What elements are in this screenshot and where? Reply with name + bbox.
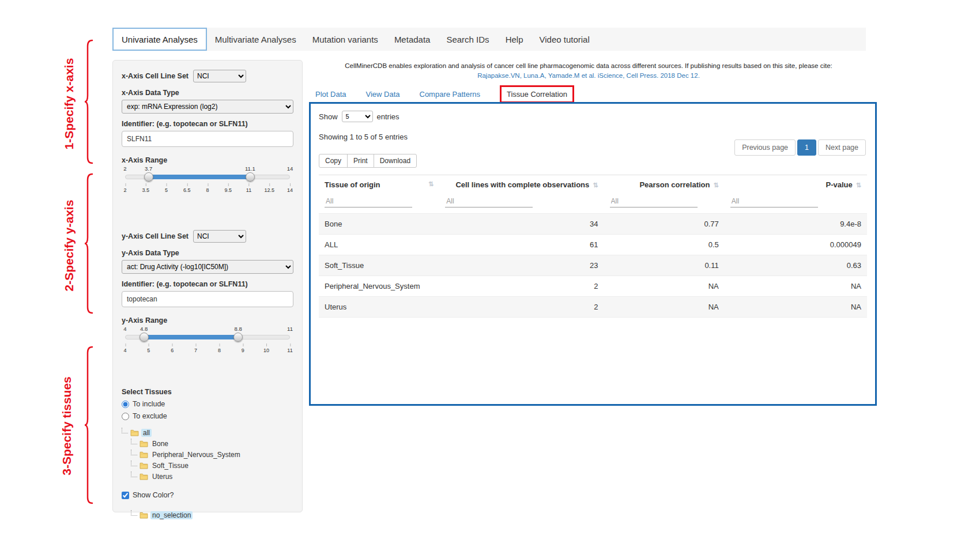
tab-help[interactable]: Help xyxy=(497,28,532,51)
folder-icon xyxy=(140,440,148,447)
folder-icon xyxy=(140,451,148,458)
page-length-select[interactable]: 5 xyxy=(342,111,373,122)
include-radio-row[interactable]: To include xyxy=(122,400,293,408)
exclude-radio[interactable] xyxy=(122,413,129,420)
x-cell-line-set-select[interactable]: NCI xyxy=(193,70,246,82)
y-tick: 9 xyxy=(242,348,244,353)
tree-node-soft-tissue[interactable]: Soft_Tissue xyxy=(122,460,293,471)
y-range-to-value: 8.8 xyxy=(235,326,242,332)
show-label: Show xyxy=(319,112,338,121)
cell-pearson: 0.77 xyxy=(604,214,725,235)
y-tick: 8 xyxy=(218,348,221,353)
folder-icon xyxy=(130,429,139,436)
select-tissues-title: Select Tissues xyxy=(122,388,293,396)
table-row[interactable]: ALL 61 0.5 0.000049 xyxy=(319,235,867,255)
tree-node-all[interactable]: all xyxy=(122,427,293,438)
y-tick: 6 xyxy=(171,348,174,353)
copy-button[interactable]: Copy xyxy=(319,154,348,168)
x-identifier-input[interactable] xyxy=(122,131,293,147)
tree-node-no-selection[interactable]: no_selection xyxy=(122,510,293,520)
sidebar-panel: x-Axis Cell Line Set NCI x-Axis Data Typ… xyxy=(112,60,303,512)
x-tick: 2 xyxy=(123,187,126,193)
filter-pearson-input[interactable] xyxy=(610,195,698,207)
x-tick: 6.5 xyxy=(183,187,191,193)
exclude-radio-row[interactable]: To exclude xyxy=(122,412,293,420)
y-data-type-select[interactable]: act: Drug Activity (-log10[IC50M]) xyxy=(122,260,293,274)
tab-univariate-analyses[interactable]: Univariate Analyses xyxy=(112,28,207,51)
table-row[interactable]: Uterus 2 NA NA xyxy=(319,297,867,318)
sort-icon[interactable]: ⇅ xyxy=(856,182,861,188)
tree-node-peripheral-nervous-system[interactable]: Peripheral_Nervous_System xyxy=(122,449,293,460)
download-button[interactable]: Download xyxy=(374,154,417,168)
x-range-max-label: 14 xyxy=(287,165,293,172)
show-color-label: Show Color? xyxy=(133,491,174,499)
cell-pearson: NA xyxy=(604,276,725,297)
filter-tissue-input[interactable] xyxy=(325,195,412,207)
x-tick: 9.5 xyxy=(224,187,232,193)
y-tick: 5 xyxy=(147,348,150,353)
y-range-min-label: 4 xyxy=(123,326,126,332)
x-range-handle-to[interactable] xyxy=(246,172,255,182)
table-row[interactable]: Peripheral_Nervous_System 2 NA NA xyxy=(319,276,867,297)
tab-view-data[interactable]: View Data xyxy=(365,90,399,99)
cell-pearson: NA xyxy=(604,297,725,318)
tab-tissue-correlation[interactable]: Tissue Correlation xyxy=(500,85,574,103)
y-tick: 11 xyxy=(287,348,292,353)
include-radio[interactable] xyxy=(122,401,129,408)
header-tissue-of-origin[interactable]: Tissue of origin⇅ xyxy=(319,175,439,195)
page-1-button[interactable]: 1 xyxy=(797,139,816,156)
filter-pvalue-input[interactable] xyxy=(730,195,818,207)
header-pearson-correlation[interactable]: Pearson correlation⇅ xyxy=(604,175,725,195)
y-identifier-label: Identifier: (e.g. topotecan or SLFN11) xyxy=(122,280,293,288)
tab-metadata[interactable]: Metadata xyxy=(386,28,439,51)
cell-observations: 61 xyxy=(439,235,604,255)
y-cell-line-set-select[interactable]: NCI xyxy=(193,230,246,243)
previous-page-button[interactable]: Previous page xyxy=(734,139,796,156)
sort-icon[interactable]: ⇅ xyxy=(714,182,719,188)
tab-video-tutorial[interactable]: Video tutorial xyxy=(531,28,597,51)
tree-connector xyxy=(131,510,137,516)
x-tick: 5 xyxy=(165,187,168,193)
cell-tissue: Peripheral_Nervous_System xyxy=(319,276,439,297)
x-data-type-select[interactable]: exp: mRNA Expression (log2) xyxy=(122,100,293,114)
citation-text: CellMinerCDB enables exploration and ana… xyxy=(311,61,866,71)
header-label: Cell lines with complete observations xyxy=(455,180,589,189)
sort-icon[interactable]: ⇅ xyxy=(428,180,434,188)
sort-icon[interactable]: ⇅ xyxy=(593,182,598,188)
tab-mutation-variants[interactable]: Mutation variants xyxy=(304,28,386,51)
y-range-handle-from[interactable] xyxy=(140,333,149,342)
tissue-tree: all Bone Peripheral_Nervous_System Soft_… xyxy=(122,427,293,482)
x-range-min-label: 2 xyxy=(123,165,126,172)
header-cell-lines[interactable]: Cell lines with complete observations⇅ xyxy=(439,175,604,195)
next-page-button[interactable]: Next page xyxy=(818,139,866,156)
y-identifier-input[interactable] xyxy=(122,291,293,307)
x-range-handle-from[interactable] xyxy=(144,172,153,182)
show-color-checkbox[interactable] xyxy=(122,492,129,499)
x-range-slider: 2 14 3.7 11.1 2 3.5 5 6.5 8 9.5 11 12.5 … xyxy=(125,172,290,202)
table-row[interactable]: Soft_Tissue 23 0.11 0.63 xyxy=(319,255,867,276)
annotation-step3: 3-Specify tissues xyxy=(60,353,74,500)
citation-link[interactable]: Rajapakse.VN, Luna.A, Yamade.M et al. iS… xyxy=(311,71,866,81)
folder-icon xyxy=(140,462,148,469)
tree-node-uterus[interactable]: Uterus xyxy=(122,471,293,482)
filter-cell-lines-input[interactable] xyxy=(445,195,533,207)
header-p-value[interactable]: P-value⇅ xyxy=(725,175,867,195)
print-button[interactable]: Print xyxy=(347,154,374,168)
tab-multivariate-analyses[interactable]: Multivariate Analyses xyxy=(207,28,304,51)
page-length-control: Show 5 entries xyxy=(319,111,867,122)
x-tick: 12.5 xyxy=(264,187,274,193)
show-color-row[interactable]: Show Color? xyxy=(122,491,293,499)
annotation-step1: 1-Specify x-axis xyxy=(62,46,76,161)
y-data-type-label: y-Axis Data Type xyxy=(122,249,293,257)
tab-compare-patterns[interactable]: Compare Patterns xyxy=(420,90,481,99)
tab-search-ids[interactable]: Search IDs xyxy=(438,28,497,51)
x-range-label: x-Axis Range xyxy=(122,156,293,164)
y-range-handle-to[interactable] xyxy=(233,333,243,342)
header-label: Tissue of origin xyxy=(325,180,380,189)
tree-node-bone[interactable]: Bone xyxy=(122,438,293,449)
y-tick: 4 xyxy=(123,348,126,353)
tab-plot-data[interactable]: Plot Data xyxy=(315,90,346,99)
header-label: Pearson correlation xyxy=(639,180,710,189)
table-row[interactable]: Bone 34 0.77 9.4e-8 xyxy=(319,214,867,235)
tree-node-label: all xyxy=(141,429,152,437)
